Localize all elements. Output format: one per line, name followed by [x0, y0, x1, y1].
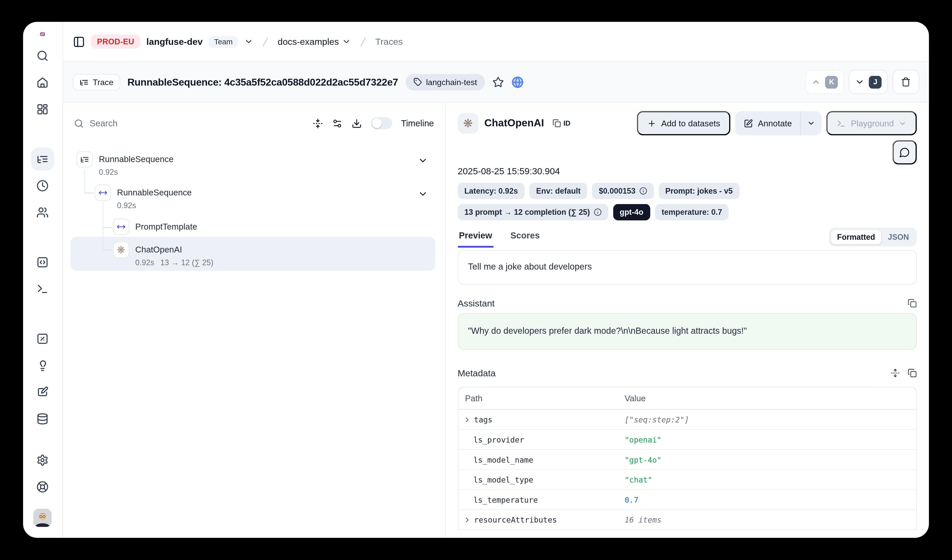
tree-settings-sliders-icon[interactable]: [332, 118, 342, 129]
view-toggle: Formatted JSON: [829, 228, 917, 246]
timeline-toggle[interactable]: [371, 117, 392, 130]
tree-node-chatopenai[interactable]: ❋ ChatOpenAI 0.92s 13 → 12 (∑ 25): [74, 242, 434, 267]
collapse-chevron-icon[interactable]: [418, 156, 428, 168]
sidebar-database-icon[interactable]: [37, 413, 49, 425]
annotate-dropdown-chevron-icon[interactable]: [801, 111, 822, 135]
annotate-label: Annotate: [758, 119, 792, 128]
sidebar-users-icon[interactable]: [37, 207, 49, 219]
metadata-value: ["seq:step:2"]: [624, 415, 689, 424]
sidebar-dashboards-icon[interactable]: [37, 103, 49, 116]
tree-node-runnablesequence-child[interactable]: RunnableSequence 0.92s: [74, 185, 434, 210]
trace-tag[interactable]: langchain-test: [405, 74, 485, 90]
sidebar-settings-gear-icon[interactable]: [37, 454, 49, 466]
delete-trace-button[interactable]: [893, 70, 920, 94]
add-to-datasets-button[interactable]: Add to datasets: [637, 111, 731, 135]
sidebar-sessions-clock-icon[interactable]: [37, 180, 49, 192]
plus-icon: [647, 119, 657, 128]
trace-tree: RunnableSequence 0.92s RunnableSequence …: [74, 151, 434, 291]
tree-node-runnablesequence-root[interactable]: RunnableSequence 0.92s: [74, 151, 434, 177]
tab-scores[interactable]: Scores: [509, 231, 541, 248]
metadata-key: ls_model_type: [473, 475, 533, 484]
sidebar-home-icon[interactable]: [37, 77, 49, 89]
next-trace-button[interactable]: J: [849, 70, 887, 94]
sidebar-traces-icon[interactable]: [31, 148, 54, 171]
sidebar-playground-icon[interactable]: [37, 283, 49, 295]
openai-icon: ❋: [113, 242, 129, 258]
annotate-button[interactable]: Annotate: [736, 111, 801, 135]
playground-label: Playground: [851, 119, 894, 128]
comment-row: [457, 140, 917, 165]
trace-tree-panel: Timeline Runn: [63, 103, 445, 538]
sidebar-lightbulb-icon[interactable]: [37, 360, 49, 372]
detail-tabs: Preview Scores Formatted JSON: [457, 228, 917, 250]
metadata-value: 16 items: [624, 515, 661, 525]
latency-badge: Latency: 0.92s: [457, 183, 525, 199]
metadata-table-header: Path Value: [458, 387, 916, 410]
node-name: RunnableSequence: [117, 187, 192, 199]
copy-assistant-button[interactable]: [908, 299, 917, 308]
previous-trace-button[interactable]: K: [805, 70, 844, 94]
metadata-key: tags: [474, 415, 492, 424]
trace-title: RunnableSequence: 4c35a5f52ca0588d022d2a…: [127, 76, 398, 88]
breadcrumb-section[interactable]: Traces: [376, 36, 403, 47]
terminal-icon: [837, 119, 846, 128]
column-value: Value: [624, 393, 646, 403]
user-avatar[interactable]: [34, 509, 52, 527]
metadata-key: ls_provider: [473, 435, 524, 444]
playground-button[interactable]: Playground: [827, 111, 917, 135]
chevron-right-icon: [463, 516, 471, 524]
annotate-split-button: Annotate: [736, 111, 822, 135]
detail-actions: Add to datasets Annotate: [637, 111, 917, 135]
badges-row-1: Latency: 0.92s Env: default $0.000153 Pr…: [457, 183, 917, 199]
node-name: ChatOpenAI: [135, 244, 213, 256]
sidebar-support-lifebuoy-icon[interactable]: [37, 481, 49, 493]
public-globe-icon[interactable]: [511, 76, 524, 88]
copy-id-button[interactable]: ID: [552, 119, 570, 127]
sidebar-prompts-icon[interactable]: [37, 256, 49, 269]
tree-toolbar: Timeline: [74, 111, 434, 135]
copy-metadata-button[interactable]: [908, 369, 917, 378]
node-name: RunnableSequence: [99, 154, 173, 165]
metadata-row-tags[interactable]: tags ["seq:step:2"]: [458, 410, 916, 430]
project-switcher-chevron-icon[interactable]: [342, 37, 351, 46]
org-switcher-chevron-icon[interactable]: [244, 37, 253, 46]
tree-search-input[interactable]: [90, 119, 303, 128]
sidebar-nav: [23, 50, 62, 528]
copy-icon: [908, 299, 917, 308]
view-formatted-option[interactable]: Formatted: [830, 229, 882, 245]
trace-type-chip: Trace: [73, 74, 120, 90]
project-name: docs-examples: [278, 36, 339, 47]
sidebar-toggle-icon[interactable]: [73, 35, 85, 48]
tab-preview[interactable]: Preview: [457, 231, 493, 248]
metadata-row-resource-attributes[interactable]: resourceAttributes 16 items: [458, 510, 916, 530]
org-name[interactable]: langfuse-dev: [147, 36, 202, 47]
sidebar-scores-percent-icon[interactable]: [37, 333, 49, 345]
comment-bubble-icon: [899, 147, 910, 158]
tree-node-prompttemplate[interactable]: PromptTemplate: [74, 219, 434, 235]
comments-button[interactable]: [893, 140, 917, 165]
openai-icon: ❋: [457, 113, 478, 134]
project-breadcrumb[interactable]: docs-examples: [278, 36, 351, 47]
sidebar-search-icon[interactable]: [37, 50, 49, 62]
id-label: ID: [563, 120, 570, 127]
main-column: PROD-EU langfuse-dev Team docs-examples …: [63, 22, 929, 538]
star-icon[interactable]: [492, 76, 504, 88]
metadata-value: "gpt-4o": [624, 455, 661, 464]
metadata-row-ls-provider: ls_provider "openai": [458, 430, 916, 450]
edit-pen-icon: [744, 119, 753, 128]
metadata-key: ls_model_name: [473, 455, 533, 464]
view-json-option[interactable]: JSON: [882, 230, 915, 244]
node-name: PromptTemplate: [135, 219, 197, 235]
sidebar-datasets-pen-icon[interactable]: [37, 387, 49, 399]
breadcrumb-slash: [260, 35, 272, 48]
expand-all-icon[interactable]: [891, 369, 900, 378]
copy-icon: [552, 119, 561, 127]
tree-connector: [84, 170, 85, 193]
collapse-chevron-icon[interactable]: [418, 189, 428, 202]
user-message-box: Tell me a joke about developers: [457, 250, 917, 285]
download-icon[interactable]: [351, 118, 362, 129]
chevron-down-icon: [899, 119, 907, 127]
org-plan-badge: Team: [209, 35, 238, 48]
metadata-key: resourceAttributes: [474, 515, 557, 525]
collapse-all-icon[interactable]: [312, 118, 323, 129]
